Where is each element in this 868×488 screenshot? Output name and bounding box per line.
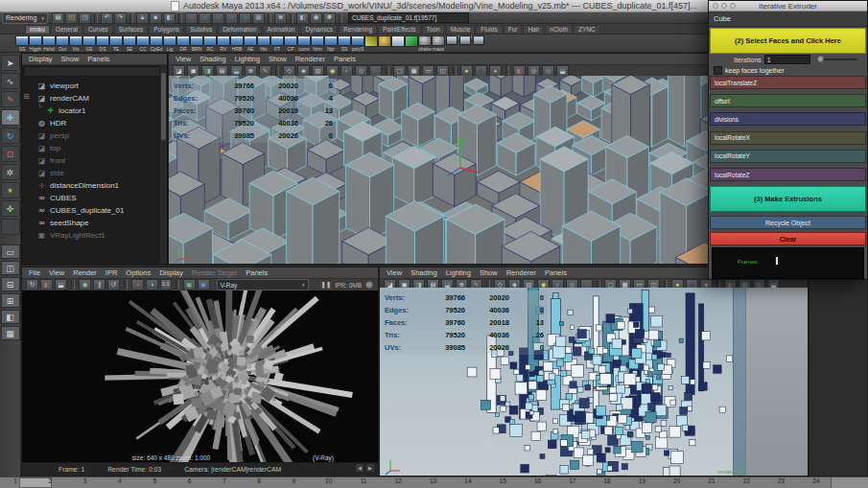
shelf-item-TE[interactable]: TE <box>109 35 123 52</box>
minimize-icon[interactable] <box>721 3 727 9</box>
move-tool[interactable]: ✚ <box>1 109 20 126</box>
shelf-item-curre[interactable]: curre <box>297 35 311 52</box>
shelf-item-BRN[interactable]: BRN <box>190 35 203 52</box>
layout-persp-outliner[interactable]: ◧ <box>1 310 20 324</box>
outliner-item-persp[interactable]: ◪persp <box>22 129 167 142</box>
shelf-item-AE_C[interactable]: AE_C <box>445 35 458 52</box>
attribute-localRotateY[interactable]: localRotateY <box>710 150 866 163</box>
shelf-tab-polygons[interactable]: Polygons <box>149 25 184 35</box>
menu-view[interactable]: View <box>176 56 191 63</box>
shelf-tab-rendering[interactable]: Rendering <box>339 25 377 35</box>
shelf-item-CC[interactable]: CC <box>136 35 150 52</box>
rgb-channels-icon[interactable]: ◕ <box>131 279 144 290</box>
menu-view[interactable]: View <box>49 269 64 277</box>
shelf-item-mass[interactable]: mass <box>432 35 445 52</box>
snap-point-icon[interactable]: ∩ <box>212 12 224 24</box>
shelf-item-SS[interactable]: SS <box>338 35 351 52</box>
shelf-tab-dynamics[interactable]: Dynamics <box>300 25 338 35</box>
attribute-localRotateZ[interactable]: localRotateZ <box>710 168 866 181</box>
frame-tick-14[interactable]: 14 <box>464 478 471 485</box>
shelf-item-Lig[interactable]: Lig <box>163 35 176 52</box>
shelf-tab-ncloth[interactable]: nCloth <box>545 25 573 35</box>
refresh-ipr-icon[interactable]: ↺ <box>107 279 120 290</box>
show-manipulator-tool[interactable]: ✜ <box>1 200 20 217</box>
frame-tick-4[interactable]: 4 <box>118 478 122 485</box>
remove-image-icon[interactable]: ▣ <box>198 279 210 290</box>
menu-lighting[interactable]: Lighting <box>446 269 471 277</box>
menu-show[interactable]: Show <box>480 269 498 277</box>
zoom-icon[interactable] <box>730 3 736 9</box>
recycle-object-button[interactable]: Recycle Object <box>710 216 866 229</box>
shelf-item-GE[interactable]: GE <box>82 35 96 52</box>
outliner-item-viewport[interactable]: ◪viewport <box>22 80 167 92</box>
outliner-item-distanceDimension1[interactable]: ⊹distanceDimension1 <box>22 179 167 192</box>
shelf-item-HRB[interactable]: HRB <box>230 35 244 52</box>
layout-single-pane[interactable]: ▭ <box>1 244 20 259</box>
menu-shading[interactable]: Shading <box>199 56 226 63</box>
frame-tick-7[interactable]: 7 <box>223 478 226 485</box>
pause-ipr-icon[interactable]: ∥ <box>93 279 106 290</box>
shelf-tab-subdivs[interactable]: Subdivs <box>185 25 217 35</box>
frame-tick-6[interactable]: 6 <box>188 478 192 485</box>
snap-projected-center-icon[interactable]: ∩ <box>225 12 238 24</box>
select-component-icon[interactable]: ◧ <box>163 12 176 24</box>
shelf-tab-muscle[interactable]: Muscle <box>446 25 476 35</box>
shelf-item-DS[interactable]: DS <box>96 35 109 52</box>
frame-tick-10[interactable]: 10 <box>325 478 332 485</box>
menu-show[interactable]: Show <box>269 56 287 63</box>
menu-show[interactable]: Show <box>61 56 80 63</box>
object-name-field[interactable]: Cube <box>709 12 867 27</box>
last-tool[interactable] <box>1 219 20 235</box>
shelf-item-hand[interactable] <box>391 35 405 52</box>
rendercam-viewport-canvas[interactable]: renderCAM Verts:39766200200Edges:7952040… <box>380 288 808 476</box>
snapshot-icon[interactable]: ⬓ <box>55 279 67 290</box>
alpha-channel-icon[interactable]: ◑ <box>146 279 158 290</box>
menu-file[interactable]: File <box>29 269 40 277</box>
menu-shading[interactable]: Shading <box>411 269 437 277</box>
select-hierarchy-icon[interactable]: ▲ <box>136 12 149 24</box>
render-settings-icon[interactable]: ✱ <box>323 12 336 24</box>
shelf-tab-animation[interactable]: Animation <box>263 25 300 35</box>
shelf-item-shake[interactable]: shake <box>418 35 432 52</box>
one-to-one-icon[interactable]: 1:1 <box>160 279 172 290</box>
menu-panels[interactable]: Panels <box>246 269 268 277</box>
shelf-item-SS[interactable]: SS <box>15 35 29 52</box>
attribute-divisions[interactable]: divisions <box>710 112 866 126</box>
shelf-item-green[interactable] <box>405 35 418 52</box>
attribute-offset[interactable]: offset <box>710 94 866 107</box>
make-live-icon[interactable]: ▦ <box>252 12 265 24</box>
shelf-tab-hair[interactable]: Hair <box>523 25 544 35</box>
frame-tick-1[interactable]: 1 <box>13 478 17 485</box>
outliner-item-CUBES_duplicate_01[interactable]: ∞CUBES_duplicate_01 <box>22 204 167 217</box>
menu-panels[interactable]: Panels <box>334 56 356 63</box>
shelf-tab-curves[interactable]: Curves <box>83 25 113 35</box>
make-extrusions-button[interactable]: (3) Make Extrusions <box>710 186 866 212</box>
expander-icon[interactable]: ⊟ <box>24 93 30 101</box>
snap-view-plane-icon[interactable]: ∩ <box>239 12 251 24</box>
layout-hypershade-persp[interactable]: ▦ <box>1 326 20 340</box>
lasso-select-tool[interactable]: ∿ <box>1 73 20 89</box>
scale-tool[interactable]: ⊡ <box>1 146 20 162</box>
shelf-item-FT[interactable]: FT <box>270 35 284 52</box>
keep-image-icon[interactable]: ▣ <box>183 279 196 290</box>
menu-set-dropdown[interactable]: Rendering ▾ <box>2 12 48 24</box>
shelf-item-RC[interactable]: RC <box>203 35 217 52</box>
redo-icon[interactable]: ↷ <box>114 12 127 24</box>
scroll-left-icon[interactable]: ◀ <box>355 463 364 473</box>
menu-lighting[interactable]: Lighting <box>235 56 260 63</box>
iterations-input[interactable]: 1 <box>764 55 810 64</box>
menu-options[interactable]: Options <box>126 269 151 277</box>
shelf-item-Ext[interactable]: Ext <box>472 35 485 52</box>
frame-tick-17[interactable]: 17 <box>569 478 575 485</box>
frame-tick-23[interactable]: 23 <box>778 478 785 485</box>
rotate-tool[interactable]: ↻ <box>1 128 20 144</box>
render-region-icon[interactable]: ◧ <box>40 279 53 290</box>
save-scene-icon[interactable]: ◳ <box>79 12 91 24</box>
menu-ipr[interactable]: IPR <box>106 269 118 277</box>
shelf-tab-toon[interactable]: Toon <box>422 25 445 35</box>
undo-icon[interactable]: ↶ <box>101 12 113 24</box>
outliner-item-VRayLightRect1[interactable]: ▣VRayLightRect1 <box>22 229 167 242</box>
shelf-item-Hshd[interactable]: Hshd <box>42 35 56 52</box>
outliner-item-top[interactable]: ◪top <box>22 142 167 154</box>
frame-tick-9[interactable]: 9 <box>293 478 296 485</box>
